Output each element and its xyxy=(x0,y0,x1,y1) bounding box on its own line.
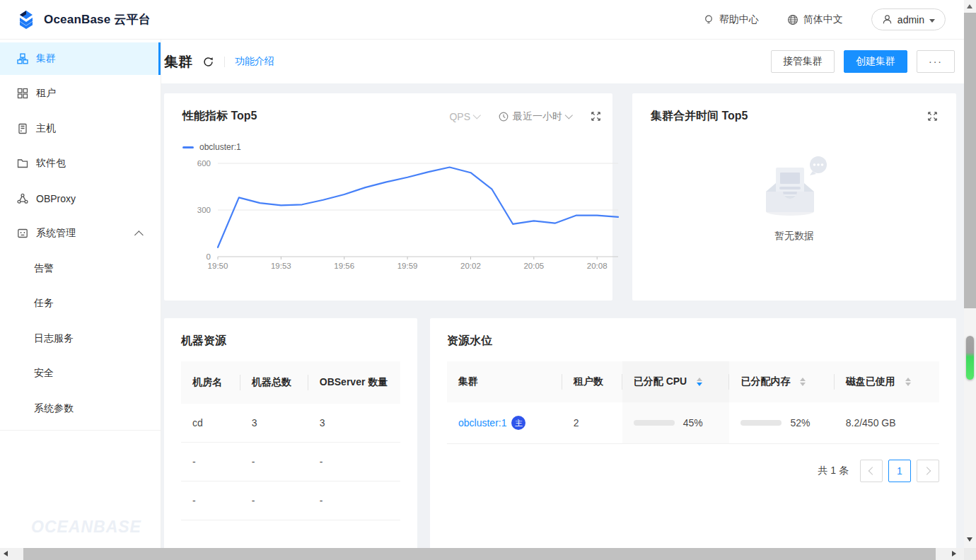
sidebar-item-label: 安全 xyxy=(34,367,144,380)
column-header-sortable[interactable]: 磁盘已使用 xyxy=(835,361,939,402)
pagination-prev-button[interactable] xyxy=(860,460,883,482)
column-header: OBServer 数量 xyxy=(308,361,400,404)
metric-select-value: QPS xyxy=(449,111,470,122)
vertical-scrollbar-thumb[interactable] xyxy=(964,13,976,308)
page-header: 集群 功能介绍 接管集群 创建集群 ··· xyxy=(161,40,964,83)
chevron-down-icon xyxy=(929,19,935,23)
chevron-up-icon xyxy=(134,231,144,240)
cpu-percent-label: 45% xyxy=(683,417,703,428)
main-content: 集群 功能介绍 接管集群 创建集群 ··· 性能指标 Top5 xyxy=(161,40,964,548)
scroll-left-arrow[interactable] xyxy=(4,551,8,556)
user-menu[interactable]: admin xyxy=(871,8,946,30)
feature-intro-link[interactable]: 功能介绍 xyxy=(235,55,274,68)
time-range-select[interactable]: 最近一小时 xyxy=(499,110,572,123)
sidebar-item-label: 软件包 xyxy=(36,157,144,170)
sidebar-item-system-management[interactable]: 系统管理 xyxy=(0,217,161,250)
machine-table-cell: - xyxy=(308,443,400,482)
svg-text:600: 600 xyxy=(197,159,211,168)
create-cluster-button[interactable]: 创建集群 xyxy=(844,50,907,73)
language-label: 简体中文 xyxy=(803,13,843,26)
language-switch[interactable]: 简体中文 xyxy=(787,13,843,26)
column-header: 租户数 xyxy=(562,361,622,402)
network-icon xyxy=(17,193,28,204)
svg-text:20:08: 20:08 xyxy=(587,262,608,269)
memory-progress-bar xyxy=(740,420,782,426)
resource-water-level-card: 资源水位 集群 租户数 已分配 CPU xyxy=(430,318,956,548)
sidebar-item-hosts[interactable]: 主机 xyxy=(0,112,161,145)
scroll-up-arrow[interactable] xyxy=(967,4,972,8)
chevron-down-icon xyxy=(565,111,573,119)
chart-legend[interactable]: obcluster:1 xyxy=(182,142,601,152)
sidebar-item-log-service[interactable]: 日志服务 xyxy=(0,322,161,355)
sidebar-item-label: 告警 xyxy=(34,262,144,275)
column-header: 机器总数 xyxy=(240,361,308,404)
svg-text:20:05: 20:05 xyxy=(523,262,544,269)
sidebar-item-obproxy[interactable]: OBProxy xyxy=(0,182,161,215)
sidebar-item-alerts[interactable]: 告警 xyxy=(0,252,161,285)
username-label: admin xyxy=(897,14,924,25)
sidebar-item-packages[interactable]: 软件包 xyxy=(0,147,161,180)
chevron-left-icon xyxy=(868,467,876,474)
svg-text:20:02: 20:02 xyxy=(460,262,481,269)
machine-resources-card: 机器资源 机房名 机器总数 OBServer 数量 cd33------ xyxy=(164,318,417,548)
chevron-down-icon xyxy=(473,111,481,119)
machine-table-row: --- xyxy=(181,443,400,482)
memory-percent-label: 52% xyxy=(790,417,810,428)
resource-card-title: 资源水位 xyxy=(447,334,492,346)
pagination-page-1[interactable]: 1 xyxy=(888,460,911,482)
column-header: 机房名 xyxy=(181,361,240,404)
sidebar-item-tenants[interactable]: 租户 xyxy=(0,77,161,110)
column-header-sortable[interactable]: 已分配内存 xyxy=(729,361,834,402)
metric-select[interactable]: QPS xyxy=(449,111,480,122)
svg-text:300: 300 xyxy=(197,206,211,214)
legend-label: obcluster:1 xyxy=(199,142,241,152)
machine-table-row: cd33 xyxy=(181,404,400,443)
sidebar-item-system-parameters[interactable]: 系统参数 xyxy=(0,392,161,425)
horizontal-scrollbar-thumb[interactable] xyxy=(23,548,936,560)
scroll-right-arrow[interactable] xyxy=(952,551,956,556)
sidebar-item-label: 任务 xyxy=(34,297,144,310)
column-header-sortable[interactable]: 已分配 CPU xyxy=(622,361,730,402)
cluster-link[interactable]: obcluster:1 xyxy=(458,417,506,428)
disk-usage: 8.2/450 GB xyxy=(835,402,939,444)
divider xyxy=(224,57,225,67)
sidebar-item-label: 系统参数 xyxy=(34,402,144,415)
fullscreen-icon[interactable] xyxy=(591,111,601,122)
help-center-link[interactable]: 帮助中心 xyxy=(703,13,759,26)
scroll-down-arrow[interactable] xyxy=(967,537,972,542)
legend-line-swatch xyxy=(182,146,194,148)
column-header: 集群 xyxy=(447,361,562,402)
sidebar-item-label: 集群 xyxy=(36,52,144,65)
machine-table-cell: - xyxy=(308,482,400,520)
qps-line-chart: 030060019:5019:5319:5619:5920:0220:0520:… xyxy=(182,156,621,269)
vertical-scrollbar[interactable] xyxy=(964,0,976,548)
sidebar-item-clusters[interactable]: 集群 xyxy=(0,42,161,75)
sidebar-item-security[interactable]: 安全 xyxy=(0,357,161,390)
machine-table-cell: - xyxy=(181,443,240,482)
cpu-progress-bar xyxy=(634,420,675,426)
pagination-next-button[interactable] xyxy=(917,460,939,482)
primary-cluster-badge: 主 xyxy=(511,416,525,430)
refresh-icon[interactable] xyxy=(202,56,214,68)
horizontal-scrollbar[interactable] xyxy=(0,548,964,560)
sort-icon xyxy=(697,378,702,386)
machine-table-row: --- xyxy=(181,482,400,520)
pagination: 共 1 条 1 xyxy=(447,460,939,482)
more-actions-button[interactable]: ··· xyxy=(917,50,955,73)
pagination-total: 共 1 条 xyxy=(818,465,849,477)
resource-table-row: obcluster:1 主 2 45% xyxy=(447,402,939,444)
clock-icon xyxy=(499,112,509,122)
user-icon xyxy=(882,14,893,25)
sidebar: 集群 租户 主机 xyxy=(0,40,161,548)
bulb-icon xyxy=(703,14,714,25)
takeover-cluster-button[interactable]: 接管集群 xyxy=(771,50,835,73)
machine-table-cell: 3 xyxy=(308,404,400,443)
performance-card-title: 性能指标 Top5 xyxy=(182,109,257,124)
empty-state-text: 暂无数据 xyxy=(774,230,814,243)
svg-text:19:53: 19:53 xyxy=(271,262,291,269)
machine-table-cell: - xyxy=(240,443,308,482)
sidebar-item-tasks[interactable]: 任务 xyxy=(0,287,161,320)
app-title: OceanBase 云平台 xyxy=(44,11,151,28)
oceanbase-watermark: OCEANBASE xyxy=(31,518,141,537)
system-management-submenu: 告警 任务 日志服务 安全 系统参数 xyxy=(0,252,161,425)
